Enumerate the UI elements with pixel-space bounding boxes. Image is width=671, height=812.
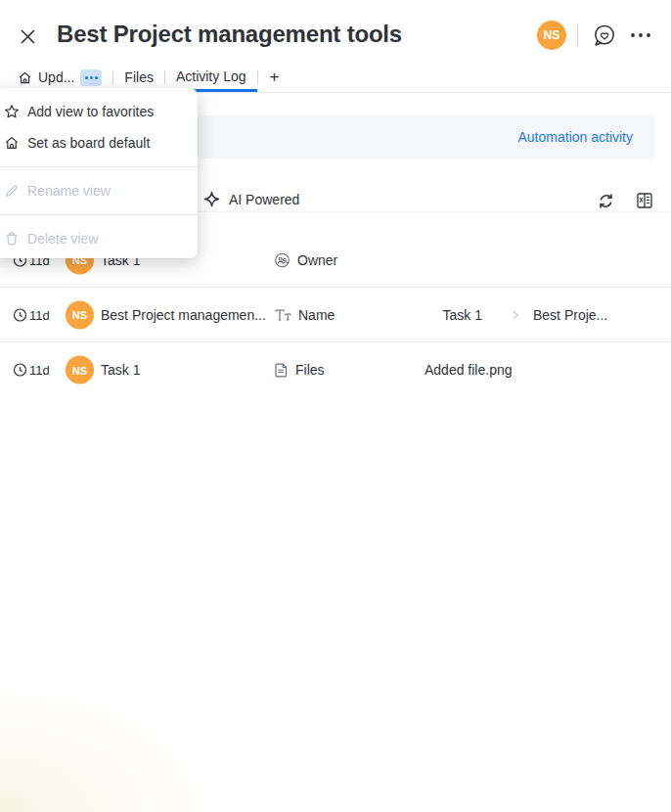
excel-export-icon <box>636 192 653 209</box>
automation-activity-link[interactable]: Automation activity <box>518 129 634 145</box>
add-view-label: + <box>270 68 280 87</box>
row-avatar[interactable]: NS <box>66 356 94 384</box>
row-value: Added file.png <box>425 362 513 378</box>
menu-item-add-to-favorites[interactable]: Add view to favorites <box>0 96 198 127</box>
row-column: Name <box>274 306 335 323</box>
trash-icon <box>4 231 20 247</box>
refresh-button[interactable] <box>596 191 615 210</box>
row-column-label: Owner <box>297 252 337 268</box>
ai-powered-button[interactable]: AI Powered <box>202 190 299 208</box>
row-column: Files <box>274 362 325 378</box>
row-new-value: Best Proje... <box>533 307 607 323</box>
row-item-name[interactable]: Task 1 <box>101 362 273 378</box>
row-avatar[interactable]: NS <box>66 300 94 329</box>
menu-divider <box>0 166 198 167</box>
sparkle-icon <box>202 190 221 208</box>
feedback-button[interactable] <box>589 21 618 50</box>
tab-options-pill[interactable] <box>80 69 102 86</box>
people-icon <box>274 251 291 268</box>
board-header: Best Project management tools NS <box>0 0 671 63</box>
activity-row-name: 11d NS Best Project managemen... Name Ta… <box>0 288 671 342</box>
menu-item-label: Rename view <box>27 183 111 199</box>
board-options-button[interactable] <box>626 21 655 50</box>
menu-item-rename-view: Rename view <box>0 175 198 206</box>
menu-item-label: Set as board default <box>27 135 150 151</box>
user-avatar[interactable]: NS <box>537 21 566 50</box>
file-icon <box>274 362 289 378</box>
refresh-icon <box>598 193 614 209</box>
home-icon <box>18 70 32 85</box>
text-column-icon <box>274 306 291 323</box>
row-time-label: 11d <box>29 307 50 322</box>
row-column-label: Name <box>298 307 335 323</box>
add-view-button[interactable]: + <box>258 63 291 92</box>
close-button[interactable] <box>16 24 39 48</box>
menu-item-set-board-default[interactable]: Set as board default <box>0 127 198 158</box>
clock-icon <box>13 307 27 322</box>
pencil-icon <box>4 183 20 199</box>
export-excel-button[interactable] <box>635 191 654 210</box>
row-column-label: Files <box>295 362 325 378</box>
tab-activity-log-label: Activity Log <box>176 68 246 84</box>
row-time: 11d <box>13 363 50 378</box>
tab-files-label: Files <box>124 69 154 85</box>
activity-row-files: 11d NS Task 1 Files Added file.png <box>0 342 671 397</box>
row-item-name[interactable]: Best Project managemen... <box>101 307 273 323</box>
menu-item-delete-view: Delete view <box>0 223 198 254</box>
row-column: Owner <box>274 251 337 268</box>
chevron-right-icon <box>510 309 521 321</box>
view-options-menu: Add view to favorites Set as board defau… <box>0 88 198 258</box>
star-icon <box>4 104 20 119</box>
row-time: 11d <box>13 307 50 322</box>
menu-item-label: Delete view <box>27 231 98 247</box>
ai-powered-label: AI Powered <box>229 192 299 207</box>
page-corner-gradient <box>0 685 215 812</box>
row-time-label: 11d <box>29 363 50 378</box>
page-title: Best Project management tools <box>57 21 402 48</box>
ellipsis-icon <box>630 32 651 38</box>
menu-divider <box>0 214 198 215</box>
house-icon <box>4 135 20 151</box>
header-divider <box>577 24 578 46</box>
tab-updates-label: Upd... <box>38 69 74 85</box>
row-old-value: Task 1 <box>421 307 482 323</box>
clock-icon <box>13 363 27 378</box>
close-icon <box>19 27 37 46</box>
menu-item-label: Add view to favorites <box>27 104 154 119</box>
chat-heart-icon <box>591 23 617 49</box>
